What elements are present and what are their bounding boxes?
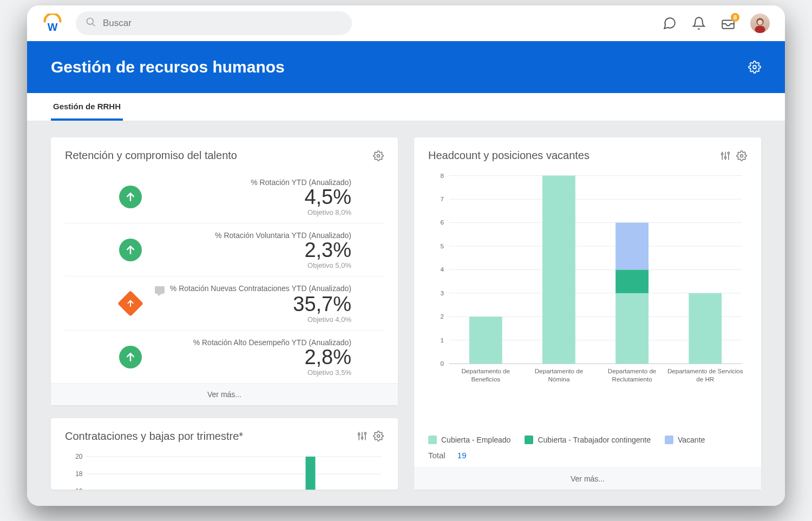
card-retention-gear-icon[interactable] [373, 150, 384, 161]
kpi-text: % Rotación Nuevas Contrataciones YTD (An… [155, 284, 384, 324]
legend-contingente[interactable]: Cubierta - Trabajador contingente [525, 436, 651, 444]
kpi-value: 4,5% [251, 187, 351, 208]
x-tick: Beneficios [472, 376, 501, 382]
page-header: Gestión de recursos humanos [27, 41, 785, 93]
page-title: Gestión de recursos humanos [51, 58, 285, 76]
chat-icon[interactable] [663, 16, 677, 30]
total-value: 19 [457, 451, 467, 460]
kpi-row[interactable]: % Rotación Alto Desempeño YTD (Anualizad… [65, 331, 384, 383]
comment-icon[interactable] [155, 286, 165, 294]
kpi-target: Objetivo 8,0% [251, 208, 351, 216]
svg-text:W: W [48, 21, 58, 33]
legend-empleado[interactable]: Cubierta - Empleado [428, 436, 510, 444]
total-label: Total [428, 451, 446, 460]
y-tick: 5 [441, 243, 444, 249]
bell-icon[interactable] [692, 16, 706, 30]
card-retention: Retención y compromiso del talento % Rot… [51, 137, 398, 405]
kpi-value: 2,3% [215, 240, 351, 261]
arrow-up-icon [119, 239, 142, 261]
search-input[interactable] [103, 18, 342, 29]
bar-segment[interactable] [542, 176, 575, 364]
kpi-target: Objetivo 3,5% [193, 368, 351, 377]
svg-line-2 [93, 24, 95, 27]
kpi-label: % Rotación Nuevas Contrataciones YTD (An… [170, 284, 351, 293]
bar-segment[interactable] [689, 293, 722, 364]
svg-point-8 [377, 154, 380, 157]
svg-point-6 [757, 19, 762, 24]
x-tick: de HR [696, 376, 714, 382]
svg-point-7 [753, 65, 756, 69]
tab-row: Gestión de RRHH [27, 93, 785, 121]
search-box[interactable] [76, 11, 352, 35]
inbox-badge: 8 [731, 13, 739, 22]
search-icon [86, 17, 96, 30]
inbox-icon[interactable]: 8 [721, 16, 735, 30]
legend-label: Cubierta - Empleado [441, 436, 510, 444]
arrow-up-icon [119, 186, 142, 208]
card-headcount-gear-icon[interactable] [736, 150, 747, 161]
right-column: Headcount y posiciones vacantes 01234567… [414, 137, 761, 490]
card-hires-gear-icon[interactable] [373, 431, 384, 441]
x-tick: Departamento de [461, 368, 509, 374]
svg-point-28 [728, 152, 729, 154]
alert-diamond-icon [117, 291, 143, 316]
kpi-text: % Rotación Alto Desempeño YTD (Anualizad… [193, 338, 384, 377]
hires-ytick: 18 [75, 470, 83, 478]
svg-point-16 [361, 437, 363, 439]
kpi-row[interactable]: % Rotación YTD (Anualizado)4,5%Objetivo … [65, 170, 384, 223]
kpi-value: 2,8% [193, 347, 351, 368]
card-headcount: Headcount y posiciones vacantes 01234567… [414, 137, 761, 490]
hires-ytick: 16 [75, 487, 83, 490]
legend-swatch-vacante [665, 436, 673, 444]
legend-swatch-empleado [428, 436, 437, 444]
card-headcount-more[interactable]: Ver más... [414, 467, 761, 490]
kpi-row[interactable]: % Rotación Voluntaria YTD (Anualizado)2,… [65, 223, 384, 276]
workday-logo[interactable]: W [42, 13, 63, 34]
x-tick: Reclutamiento [612, 376, 652, 382]
x-tick: Departamento de Servicios [667, 368, 743, 374]
tab-gestion-rrhh[interactable]: Gestión de RRHH [51, 102, 123, 121]
headcount-legend: Cubierta - Empleado Cubierta - Trabajado… [414, 431, 761, 446]
svg-point-29 [741, 154, 743, 157]
svg-rect-5 [755, 26, 765, 33]
legend-swatch-contingente [525, 436, 533, 444]
x-tick: Nómina [548, 376, 569, 382]
card-hires-title: Contrataciones y bajas por trimestre* [65, 430, 243, 443]
x-tick: Departamento de [608, 368, 656, 374]
card-hires-sliders-icon[interactable] [357, 431, 368, 441]
dashboard-content: Retención y compromiso del talento % Rot… [27, 121, 785, 506]
card-headcount-title: Headcount y posiciones vacantes [428, 149, 590, 162]
kpi-row[interactable]: % Rotación Nuevas Contrataciones YTD (An… [65, 276, 384, 331]
left-column: Retención y compromiso del talento % Rot… [51, 137, 398, 490]
svg-point-24 [722, 153, 723, 155]
kpi-value: 35,7% [155, 294, 351, 315]
svg-rect-3 [722, 21, 734, 29]
arrow-up-icon [119, 346, 142, 368]
y-tick: 1 [441, 337, 444, 344]
topbar: W 8 [27, 5, 785, 41]
y-tick: 4 [441, 266, 444, 273]
bar-segment[interactable] [469, 316, 502, 364]
card-hires: Contrataciones y bajas por trimestre* [51, 418, 398, 490]
legend-vacante[interactable]: Vacante [665, 436, 705, 444]
y-tick: 6 [441, 219, 444, 226]
hires-bar[interactable] [306, 457, 316, 490]
svg-point-1 [87, 18, 94, 25]
card-headcount-sliders-icon[interactable] [720, 150, 731, 161]
bar-segment[interactable] [615, 223, 649, 270]
y-tick: 2 [441, 313, 444, 320]
legend-label: Cubierta - Trabajador contingente [538, 436, 651, 444]
avatar[interactable] [750, 14, 770, 33]
bar-segment[interactable] [615, 293, 649, 364]
bar-segment[interactable] [615, 269, 649, 293]
card-retention-more[interactable]: Ver más... [51, 383, 398, 405]
svg-point-26 [724, 156, 726, 158]
card-retention-title: Retención y compromiso del talento [65, 149, 237, 162]
kpi-text: % Rotación YTD (Anualizado)4,5%Objetivo … [251, 178, 384, 216]
header-settings-icon[interactable] [748, 61, 761, 74]
y-tick: 7 [441, 196, 444, 202]
y-tick: 0 [441, 360, 444, 367]
svg-point-14 [358, 433, 360, 435]
svg-point-18 [364, 432, 366, 434]
kpi-target: Objetivo 5,0% [215, 261, 351, 269]
